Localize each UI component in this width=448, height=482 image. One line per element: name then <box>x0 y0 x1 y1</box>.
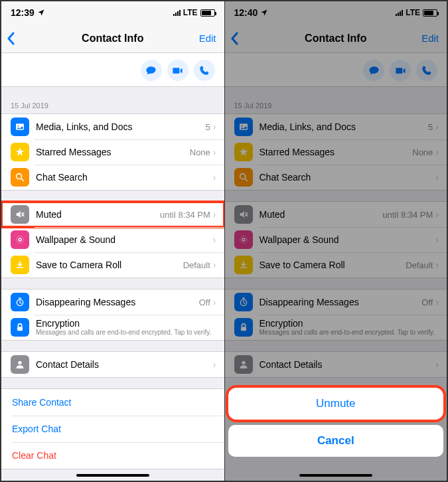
share-contact-button[interactable]: Share Contact <box>1 389 224 416</box>
chevron-right-icon: › <box>213 297 216 307</box>
search-icon <box>11 168 29 187</box>
group-settings: Muted until 8:34 PM › Wallpaper & Sound … <box>1 201 224 278</box>
nav-bar: Contact Info Edit <box>1 24 224 53</box>
row-value: Off <box>199 297 210 307</box>
row-label: Media, Links, and Docs <box>36 121 206 132</box>
action-sheet: Unmute Cancel <box>228 382 444 457</box>
phone-icon <box>199 65 210 76</box>
clear-chat-button[interactable]: Clear Chat <box>1 442 224 469</box>
video-call-button[interactable] <box>167 60 188 81</box>
chevron-left-icon <box>7 32 15 45</box>
chevron-right-icon: › <box>213 209 216 220</box>
row-save-camera[interactable]: Save to Camera Roll Default › <box>1 252 224 278</box>
group-contact: Contact Details › <box>1 351 224 378</box>
mute-icon <box>11 205 29 224</box>
cancel-button[interactable]: Cancel <box>228 425 444 457</box>
status-bar: 12:39 LTE <box>1 1 224 24</box>
row-muted[interactable]: Muted until 8:34 PM › <box>1 202 224 227</box>
chevron-right-icon: › <box>213 121 216 132</box>
person-icon <box>11 355 29 374</box>
battery-icon <box>200 9 215 17</box>
row-label: Chat Search <box>36 172 213 183</box>
back-button[interactable] <box>7 32 15 45</box>
row-value: Default <box>183 260 210 270</box>
video-icon <box>172 65 183 76</box>
status-time: 12:39 <box>11 7 35 18</box>
row-value: until 8:34 PM <box>160 210 210 220</box>
row-media[interactable]: Media, Links, and Docs 5 › <box>1 114 224 139</box>
home-indicator[interactable] <box>76 474 149 477</box>
message-icon <box>145 65 157 76</box>
svg-point-3 <box>19 238 21 241</box>
chevron-right-icon: › <box>213 260 216 270</box>
row-label: Save to Camera Roll <box>36 260 183 270</box>
chevron-right-icon: › <box>213 234 216 245</box>
row-label: Starred Messages <box>36 147 190 157</box>
row-label: Disappearing Messages <box>36 297 199 307</box>
row-encryption[interactable]: Encryption Messages and calls are end-to… <box>1 315 224 340</box>
row-label: Encryption <box>36 318 216 329</box>
svg-point-7 <box>18 361 21 364</box>
audio-call-button[interactable] <box>194 60 215 81</box>
row-label: Muted <box>36 209 160 220</box>
row-starred[interactable]: Starred Messages None › <box>1 139 224 165</box>
signal-icon <box>173 9 181 16</box>
left-screenshot: 12:39 LTE Contact Info Edit <box>1 1 224 481</box>
row-search[interactable]: Chat Search › <box>1 165 224 190</box>
row-label: Wallpaper & Sound <box>36 234 213 245</box>
row-contact-details[interactable]: Contact Details › <box>1 352 224 377</box>
svg-point-1 <box>17 125 19 127</box>
row-sublabel: Messages and calls are end-to-end encryp… <box>36 329 216 337</box>
lock-icon <box>11 318 29 337</box>
contact-header <box>1 53 224 87</box>
svg-rect-6 <box>17 327 23 331</box>
page-title: Contact Info <box>82 33 143 44</box>
row-wallpaper[interactable]: Wallpaper & Sound › <box>1 227 224 252</box>
chevron-right-icon: › <box>213 359 216 370</box>
star-icon <box>11 143 29 161</box>
media-icon <box>11 118 29 136</box>
row-value: 5 <box>206 122 210 132</box>
row-disappearing[interactable]: Disappearing Messages Off › <box>1 289 224 315</box>
home-indicator[interactable] <box>299 474 372 477</box>
chevron-right-icon: › <box>213 147 216 157</box>
row-value: None <box>190 147 210 157</box>
location-icon <box>37 9 45 17</box>
chevron-right-icon: › <box>213 172 216 183</box>
export-chat-button[interactable]: Export Chat <box>1 416 224 442</box>
group-actions: Share Contact Export Chat Clear Chat <box>1 388 224 469</box>
message-button[interactable] <box>141 60 162 81</box>
unmute-button[interactable]: Unmute <box>228 388 444 420</box>
svg-point-4 <box>17 236 24 244</box>
group-media: Media, Links, and Docs 5 › Starred Messa… <box>1 114 224 191</box>
status-network: LTE <box>183 8 198 17</box>
date-label: 15 Jul 2019 <box>1 87 224 114</box>
edit-button[interactable]: Edit <box>199 33 216 44</box>
right-screenshot: 12:40 LTE Contact Info Edit 15 Jul 2 <box>224 1 447 481</box>
row-label: Contact Details <box>36 359 213 370</box>
timer-icon <box>11 293 29 311</box>
download-icon <box>11 256 29 274</box>
group-privacy: Disappearing Messages Off › Encryption M… <box>1 289 224 341</box>
wallpaper-icon <box>11 230 29 249</box>
